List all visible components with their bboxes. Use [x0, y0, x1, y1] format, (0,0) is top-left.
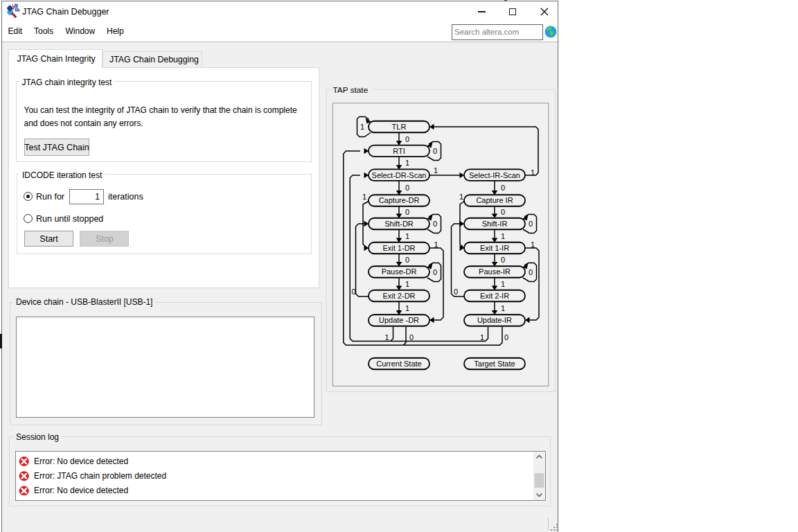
svg-text:0: 0: [433, 147, 437, 155]
svg-text:1: 1: [362, 193, 366, 201]
svg-text:0: 0: [405, 135, 409, 143]
svg-text:0: 0: [405, 184, 409, 192]
svg-text:1: 1: [501, 232, 505, 240]
svg-text:Select-DR-Scan: Select-DR-Scan: [372, 171, 427, 179]
svg-text:RTI: RTI: [393, 147, 405, 155]
svg-text:1: 1: [459, 193, 463, 201]
svg-text:0: 0: [504, 333, 508, 342]
svg-text:Update-IR: Update-IR: [477, 316, 512, 324]
svg-text:0: 0: [501, 256, 505, 264]
svg-text:0: 0: [529, 268, 533, 276]
svg-text:0: 0: [405, 208, 409, 216]
svg-text:Select-IR-Scan: Select-IR-Scan: [469, 171, 520, 179]
svg-text:1: 1: [434, 166, 438, 175]
svg-text:Shift-IR: Shift-IR: [482, 220, 508, 228]
svg-text:Target State: Target State: [474, 360, 515, 368]
svg-text:Exit 1-DR: Exit 1-DR: [382, 244, 415, 252]
svg-text:1: 1: [501, 304, 505, 312]
svg-text:Pause-DR: Pause-DR: [382, 267, 417, 276]
svg-text:0: 0: [454, 287, 458, 296]
svg-text:1: 1: [360, 123, 364, 131]
svg-text:1: 1: [405, 159, 409, 167]
svg-text:Capture IR: Capture IR: [476, 196, 513, 204]
svg-text:Exit 2-IR: Exit 2-IR: [480, 292, 509, 300]
svg-text:Capture-DR: Capture-DR: [379, 196, 420, 204]
svg-text:Exit 1-IR: Exit 1-IR: [480, 244, 509, 252]
svg-text:1: 1: [434, 240, 438, 249]
svg-text:1: 1: [501, 280, 505, 288]
svg-text:Update -DR: Update -DR: [379, 316, 419, 324]
svg-text:1: 1: [384, 333, 389, 342]
svg-text:0: 0: [351, 287, 355, 296]
svg-text:1: 1: [531, 168, 535, 177]
svg-text:0: 0: [501, 184, 505, 192]
svg-text:0: 0: [433, 268, 437, 276]
svg-text:TAP state: TAP state: [333, 85, 369, 95]
svg-text:0: 0: [529, 220, 533, 228]
svg-text:1: 1: [405, 232, 409, 240]
svg-text:Exit 2-DR: Exit 2-DR: [382, 292, 415, 300]
svg-text:0: 0: [409, 333, 414, 342]
svg-text:1: 1: [405, 280, 409, 288]
svg-text:Current State: Current State: [376, 360, 421, 368]
svg-text:0: 0: [405, 256, 409, 264]
svg-text:0: 0: [433, 220, 437, 228]
svg-text:Shift-DR: Shift-DR: [384, 220, 414, 228]
svg-text:Pause-IR: Pause-IR: [479, 267, 511, 276]
svg-text:1: 1: [480, 333, 484, 342]
svg-text:1: 1: [531, 240, 535, 249]
svg-text:TLR: TLR: [392, 123, 407, 131]
svg-text:1: 1: [405, 304, 409, 312]
svg-text:0: 0: [501, 208, 505, 216]
